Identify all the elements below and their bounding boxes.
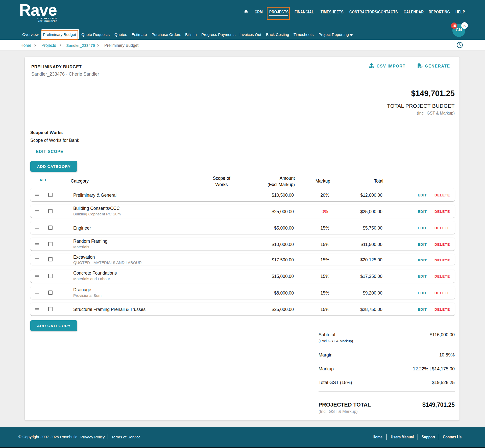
svg-text:PDF: PDF	[419, 66, 423, 68]
